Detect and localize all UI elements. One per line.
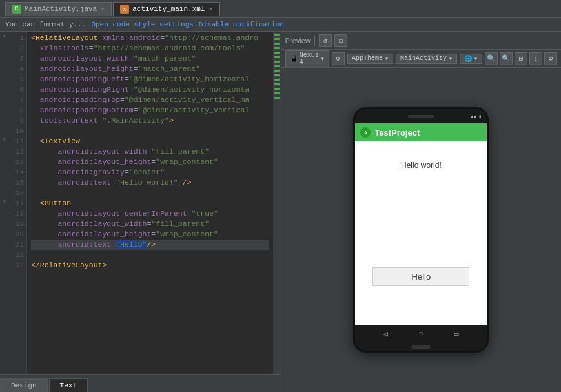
- locale-icon: 🌐: [464, 55, 472, 63]
- zoom-in-button[interactable]: 🔍: [500, 52, 513, 65]
- recents-icon[interactable]: ▭: [454, 329, 458, 339]
- open-code-style-link[interactable]: Open code style settings: [91, 21, 193, 28]
- code-line-8: android:paddingBottom="@dimen/activity_v…: [31, 105, 269, 116]
- locale-selector[interactable]: 🌐 ▾: [460, 54, 482, 64]
- tab-design[interactable]: Design: [0, 378, 48, 392]
- device-name: Nexus 4: [300, 52, 319, 66]
- hello-button[interactable]: Hello: [372, 267, 469, 286]
- fold-marker-14: [1, 166, 8, 176]
- theme-name: AppTheme: [352, 55, 383, 62]
- phone-speaker: [408, 115, 434, 118]
- indicator-3: [274, 43, 280, 45]
- code-line-21: android:text="Hello"/>: [31, 240, 269, 250]
- fold-marker-2: [1, 42, 8, 52]
- code-editor[interactable]: ▼ ▼ ▼: [0, 32, 281, 374]
- wifi-icon: ▲▲: [471, 114, 477, 119]
- fold-marker-8: [1, 104, 8, 114]
- xml-icon: X: [120, 5, 129, 14]
- preview-title: Preview: [285, 37, 311, 45]
- code-line-22: [31, 250, 269, 260]
- api-selector[interactable]: ⚙: [332, 52, 345, 65]
- chevron-down-locale-icon: ▾: [474, 55, 478, 63]
- code-line-6: android:paddingRight="@dimen/activity_ho…: [31, 85, 269, 95]
- fold-marker-3: [1, 52, 8, 63]
- fold-marker-1[interactable]: ▼: [1, 32, 8, 42]
- main-area: ▼ ▼ ▼: [0, 32, 561, 392]
- back-icon[interactable]: ◁: [383, 329, 388, 339]
- editor-pane: ▼ ▼ ▼: [0, 32, 281, 392]
- settings-button[interactable]: ⚙: [544, 52, 557, 65]
- tab-activity-main-xml[interactable]: X activity_main.xml ✕: [113, 2, 219, 16]
- toolbar-separator-1: [314, 36, 315, 46]
- tab-main-activity[interactable]: C MainActivity.java ✕: [5, 2, 112, 16]
- home-icon[interactable]: ○: [419, 329, 423, 338]
- code-line-3: android:layout_width="match_parent": [31, 54, 269, 64]
- fold-marker-19: [1, 218, 8, 228]
- indicator-4: [274, 47, 280, 49]
- line-numbers: 12345 678910 1112131415 1617181920 21222…: [9, 32, 27, 374]
- fold-marker-12: [1, 145, 8, 156]
- chevron-down-icon: ▾: [321, 55, 325, 63]
- title-bar: C MainActivity.java ✕ X activity_main.xm…: [0, 0, 561, 18]
- tab-main-activity-label: MainActivity.java: [25, 5, 97, 13]
- zoom-reset-button[interactable]: ↕: [529, 52, 542, 65]
- fold-marker-15: [1, 176, 8, 187]
- fold-marker-5: [1, 73, 8, 83]
- tab-activity-main-xml-label: activity_main.xml: [132, 5, 205, 13]
- code-line-7: android:paddingTop="@dimen/activity_vert…: [31, 95, 269, 105]
- code-line-18: android:layout_centerInParent="true": [31, 209, 269, 219]
- fold-marker-20: [1, 228, 8, 238]
- phone-top-bar: ▲▲ ▮: [355, 109, 487, 123]
- code-line-9: tools:context=".MainActivity">: [31, 116, 269, 126]
- indicator-14: [274, 92, 280, 94]
- fold-marker-11[interactable]: ▼: [1, 135, 8, 145]
- notification-bar: You can format y... Open code style sett…: [0, 18, 561, 32]
- code-line-17: <Button: [31, 198, 269, 209]
- code-content[interactable]: <RelativeLayout xmlns:android="http://sc…: [27, 32, 273, 374]
- phone-status-icons: ▲▲ ▮: [471, 114, 482, 119]
- preview-content: ▲▲ ▮ A TestProject Hello worl: [281, 68, 561, 392]
- fold-marker-10: [1, 125, 8, 135]
- theme-selector[interactable]: AppTheme ▾: [347, 54, 393, 64]
- scrollbar-indicators: [273, 32, 281, 374]
- refresh-button[interactable]: ↺: [319, 34, 332, 47]
- device-icon: 📱: [290, 55, 298, 63]
- code-line-4: android:layout_height="match_parent": [31, 64, 269, 74]
- fold-marker-7: [1, 94, 8, 104]
- phone-nav-bar: ◁ ○ ▭: [355, 325, 487, 343]
- indicator-13: [274, 88, 280, 90]
- preview-toolbar-right: 🔍 🔍 ⊡ ↕ ⚙: [485, 52, 557, 65]
- notification-text: You can format y...: [5, 21, 86, 28]
- code-line-5: android:paddingLeft="@dimen/activity_hor…: [31, 74, 269, 85]
- zoom-fit-button[interactable]: ⊡: [515, 52, 527, 65]
- tab-close-main-activity[interactable]: ✕: [101, 5, 105, 13]
- code-line-15: android:text="Hello world!" />: [31, 178, 269, 188]
- activity-name: MainActivity: [400, 55, 447, 62]
- phone-bottom: [355, 343, 487, 351]
- disable-notification-link[interactable]: Disable notification: [199, 21, 284, 28]
- android-title-bar: A TestProject: [355, 123, 487, 141]
- fold-marker-4: [1, 63, 8, 73]
- android-content: Hello world! Hello: [355, 141, 487, 325]
- bottom-tabs: Design Text: [0, 374, 281, 392]
- phone-mockup: ▲▲ ▮ A TestProject Hello worl: [353, 107, 489, 353]
- activity-selector[interactable]: MainActivity ▾: [396, 54, 457, 64]
- code-line-16: [31, 188, 269, 198]
- viewport-button[interactable]: ◻: [334, 34, 347, 47]
- fold-marker-18: [1, 207, 8, 218]
- indicator-5: [274, 52, 280, 54]
- code-line-20: android:layout_height="wrap_content": [31, 229, 269, 240]
- tab-text[interactable]: Text: [49, 378, 88, 392]
- java-icon: C: [12, 5, 21, 14]
- zoom-out-button[interactable]: 🔍: [485, 52, 498, 65]
- device-selector[interactable]: 📱 Nexus 4 ▾: [285, 50, 329, 67]
- fold-markers: ▼ ▼ ▼: [0, 32, 9, 374]
- hello-world-text: Hello world!: [401, 161, 442, 170]
- indicator-6: [274, 56, 280, 58]
- preview-pane: Preview ↺ ◻ 📱 Nexus 4 ▾ ⚙ AppTheme ▾ Mai…: [281, 32, 561, 392]
- fold-marker-23: [1, 259, 8, 269]
- app-title: TestProject: [374, 128, 420, 138]
- fold-marker-17[interactable]: ▼: [1, 197, 8, 207]
- tab-close-activity-xml[interactable]: ✕: [209, 5, 212, 13]
- indicator-12: [274, 83, 280, 85]
